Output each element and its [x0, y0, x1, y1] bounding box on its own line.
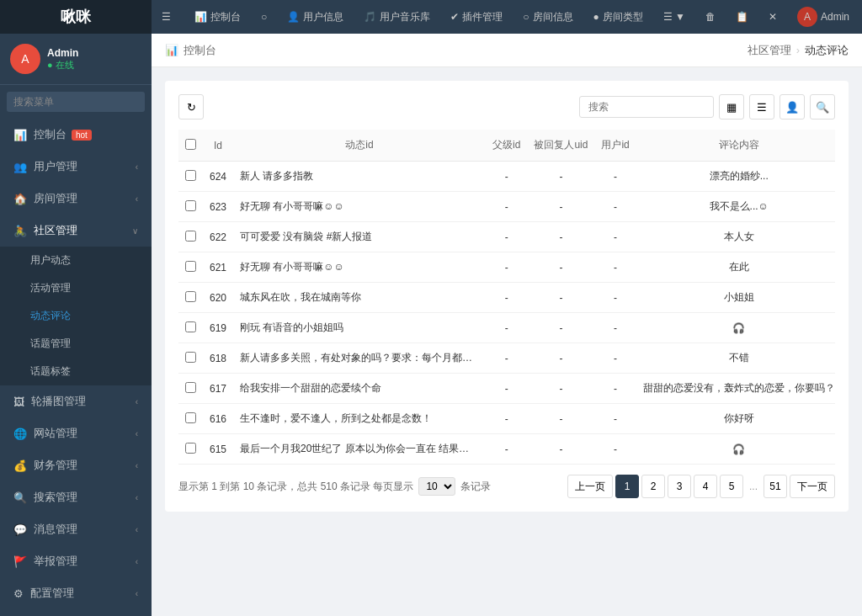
nav-dashboard[interactable]: 📊控制台: [184, 0, 251, 34]
col-id: Id: [203, 130, 233, 162]
sidebar-item-room-mgmt[interactable]: 🏠房间管理 ‹: [0, 183, 152, 215]
table-header-row: Id 动态id 父级id 被回复人uid 用户id 评论内容 点赞数: [178, 130, 835, 162]
cell-dynamic-id: 城东风在吹，我在城南等你: [233, 283, 486, 313]
nav-circle[interactable]: ○: [251, 0, 277, 34]
table-row: 623 好无聊 有小哥哥嘛☺☺ - - - 我不是么...☺ 0: [178, 192, 835, 222]
cell-user-id: -: [594, 252, 636, 283]
search-input[interactable]: [7, 92, 145, 112]
sidebar-item-search[interactable]: 🔍搜索管理 ‹: [0, 481, 152, 513]
sidebar-item-dashboard[interactable]: 📊 控制台 hot: [0, 119, 152, 151]
row-checkbox[interactable]: [185, 261, 196, 272]
user-status: ● 在线: [47, 59, 78, 72]
nav-room-info[interactable]: ○房间信息: [513, 0, 583, 34]
page-1-button[interactable]: 1: [615, 475, 639, 498]
row-checkbox[interactable]: [185, 382, 196, 393]
sidebar-user-section: A Admin ● 在线: [0, 34, 152, 85]
col-user-id: 用户id: [594, 130, 636, 162]
nav-music-library[interactable]: 🎵用户音乐库: [354, 0, 440, 34]
nav-user-info[interactable]: 👤用户信息: [277, 0, 354, 34]
cell-user-id: -: [594, 404, 636, 434]
sidebar-item-website[interactable]: 🌐网站管理 ‹: [0, 417, 152, 449]
cell-user-id: -: [594, 162, 636, 192]
cell-dynamic-id: 刚玩 有语音的小姐姐吗: [233, 313, 486, 343]
row-checkbox[interactable]: [185, 291, 196, 302]
sidebar-item-config[interactable]: ⚙配置管理 ‹: [0, 577, 152, 609]
nav-room-type[interactable]: ●房间类型: [583, 0, 653, 34]
next-page-button[interactable]: 下一页: [790, 475, 835, 498]
table-search-input[interactable]: [579, 96, 714, 118]
finance-icon: 💰: [13, 459, 27, 472]
cell-user-id: -: [594, 283, 636, 313]
arrow-icon: ‹: [136, 589, 138, 598]
row-checkbox[interactable]: [185, 321, 196, 332]
sidebar-item-activity-mgmt[interactable]: 活动管理: [0, 274, 152, 302]
page-3-button[interactable]: 3: [668, 475, 691, 498]
prev-page-button[interactable]: 上一页: [567, 475, 613, 498]
sidebar-item-dynamic-comment[interactable]: 动态评论: [0, 302, 152, 330]
page-5-button[interactable]: 5: [720, 475, 743, 498]
nav-close[interactable]: ✕: [758, 0, 787, 34]
top-navigation: 啾咪 ☰ 📊控制台 ○ 👤用户信息 🎵用户音乐库 ✔插件管理 ○房间信息 ●房间…: [0, 0, 862, 34]
row-checkbox[interactable]: [185, 352, 196, 363]
list-view-button[interactable]: ☰: [749, 94, 774, 119]
select-all-header: [178, 130, 203, 162]
arrow-icon: ‹: [136, 557, 138, 566]
row-checkbox[interactable]: [185, 170, 196, 181]
nav-admin-user[interactable]: AAdmin: [787, 0, 859, 34]
cell-content: 我不是么...☺: [636, 192, 835, 222]
nav-delete[interactable]: 🗑: [695, 0, 726, 34]
row-checkbox[interactable]: [185, 231, 196, 242]
sidebar-item-community[interactable]: 🚴社区管理 ∨: [0, 215, 152, 247]
table-row: 615 最后一个月我20世纪了 原本以为你会一直在 结果你不在了♥ - - - …: [178, 434, 835, 465]
nav-menu-toggle[interactable]: ☰: [152, 0, 184, 34]
select-all-checkbox[interactable]: [185, 139, 196, 150]
username: Admin: [47, 47, 78, 59]
arrow-icon: ‹: [136, 429, 138, 438]
page-4-button[interactable]: 4: [694, 475, 717, 498]
nav-right-actions: 🗑 📋 ✕ AAdmin ⚙: [695, 0, 862, 34]
sidebar-item-finance[interactable]: 💰财务管理 ‹: [0, 449, 152, 481]
sidebar-item-topic-mgmt[interactable]: 话题管理: [0, 330, 152, 358]
sidebar-item-gift[interactable]: 🎁礼物管理 ‹: [0, 609, 152, 616]
row-checkbox[interactable]: [185, 412, 196, 423]
content-area: 📊 控制台 社区管理 › 动态评论 ↻ ▦ ☰: [152, 34, 862, 616]
nav-copy[interactable]: 📋: [726, 0, 758, 34]
nav-more[interactable]: ☰ ▼: [653, 0, 695, 34]
cell-parent-id: -: [486, 192, 527, 222]
cell-parent-id: -: [486, 283, 527, 313]
app-logo: 啾咪: [0, 0, 152, 34]
cell-content: 你好呀: [636, 404, 835, 434]
sidebar-item-message[interactable]: 💬消息管理 ‹: [0, 513, 152, 545]
page-size-select[interactable]: 10 20 50: [418, 477, 455, 496]
sidebar-item-user-mgmt[interactable]: 👥用户管理 ‹: [0, 151, 152, 183]
sidebar-item-carousel[interactable]: 🖼轮播图管理 ‹: [0, 385, 152, 417]
refresh-button[interactable]: ↻: [178, 94, 204, 119]
nav-plugins[interactable]: ✔插件管理: [440, 0, 513, 34]
search-button[interactable]: 🔍: [810, 94, 835, 119]
arrow-icon: ‹: [136, 525, 138, 534]
cell-id: 615: [203, 434, 233, 465]
pagination: 显示第 1 到第 10 条记录，总共 510 条记录 每页显示 10 20 50…: [178, 475, 835, 498]
cell-content: 🎧: [636, 434, 835, 465]
toolbar-right: ▦ ☰ 👤 🔍: [579, 94, 835, 119]
sidebar-item-user-dynamic[interactable]: 用户动态: [0, 247, 152, 274]
sidebar-item-report[interactable]: 🚩举报管理 ‹: [0, 545, 152, 577]
cell-user-id: -: [594, 374, 636, 404]
grid-view-button[interactable]: ▦: [719, 94, 744, 119]
cell-id: 619: [203, 313, 233, 343]
row-checkbox[interactable]: [185, 443, 196, 454]
user-filter-button[interactable]: 👤: [780, 94, 805, 119]
cell-id: 617: [203, 374, 233, 404]
message-icon: 💬: [13, 523, 27, 536]
user-info: Admin ● 在线: [47, 47, 78, 72]
user-mgmt-icon: 👥: [13, 161, 27, 173]
nav-items: ☰ 📊控制台 ○ 👤用户信息 🎵用户音乐库 ✔插件管理 ○房间信息 ●房间类型 …: [152, 0, 695, 34]
main-layout: A Admin ● 在线 📊 控制台 hot 👥用户管理 ‹ 🏠房间管理 ‹: [0, 34, 862, 616]
cell-content: 小姐姐: [636, 283, 835, 313]
page-2-button[interactable]: 2: [641, 475, 665, 498]
cell-reply-uid: -: [527, 283, 594, 313]
page-51-button[interactable]: 51: [764, 475, 787, 498]
row-checkbox[interactable]: [185, 200, 196, 211]
cell-parent-id: -: [486, 313, 527, 343]
sidebar-item-topic-tag[interactable]: 话题标签: [0, 358, 152, 385]
